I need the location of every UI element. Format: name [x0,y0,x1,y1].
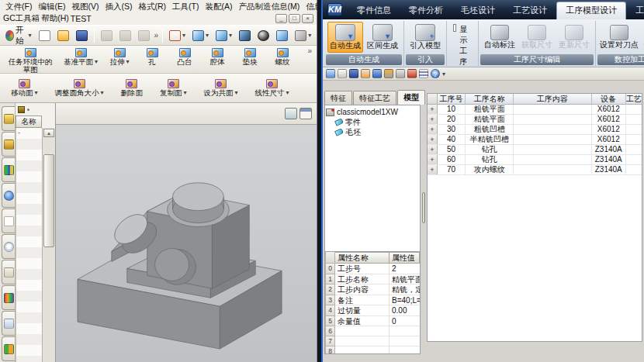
menu-insert[interactable]: 插入(S) [102,1,134,13]
quick-open-icon[interactable] [338,69,347,78]
tree-blank-node[interactable]: 毛坯 [326,127,419,137]
navigator-pin-icon[interactable] [18,106,25,113]
update-dimension-button[interactable]: 更新尺寸 [556,22,592,52]
assembly-navigator-tab[interactable] [2,106,15,131]
navigator-scrollbar[interactable]: ▲ [42,128,55,362]
orient-view-button[interactable] [274,29,290,43]
tab-feature[interactable]: 特征 [324,91,352,105]
visualization-tab[interactable] [2,285,15,310]
get-dimension-button[interactable]: 获取尺寸 [519,22,555,52]
open-button[interactable] [55,29,71,43]
property-row[interactable]: 6 [325,326,420,336]
paste-button[interactable] [136,29,152,43]
tab-part-analysis[interactable]: 零件分析 [400,2,452,19]
scroll-up-icon[interactable]: ▲ [43,129,54,137]
resize-blend-button[interactable]: 调整圆角大小▾ [52,78,107,98]
col-process-name[interactable]: 工序名称 [466,94,514,104]
shaded-button[interactable]: ▾ [213,29,234,43]
name-column-header[interactable]: 名称 [16,115,42,128]
selection-tab[interactable] [2,311,15,336]
process-row[interactable]: +60钻孔Z3140A [428,155,642,165]
property-row[interactable]: 3备注B=40;L=90;H= [325,295,420,306]
menu-view[interactable]: 视图(V) [69,1,101,13]
quick-list-icon[interactable] [419,69,428,78]
col-equipment[interactable]: 设备 [592,94,626,104]
row-expander-icon[interactable]: + [428,125,438,134]
menu-assembly[interactable]: 装配(A) [203,1,234,13]
col-tooling[interactable]: 工艺装备 [626,94,642,104]
quick-save-icon[interactable] [349,69,358,78]
property-row[interactable]: 5余量值0 [325,316,420,327]
tab-feature-process[interactable]: 特征工艺 [353,91,396,105]
menu-edit[interactable]: 编辑(E) [36,1,68,13]
menu-gc-toolbox[interactable]: GC工具箱 [3,13,40,24]
process-row[interactable]: +70攻内螺纹Z3140A [428,165,642,175]
constraint-navigator-tab[interactable] [2,132,15,157]
property-row[interactable]: 0工步号2 [325,264,420,274]
viewport-tool-button-1[interactable] [285,108,297,119]
copy-button[interactable] [117,29,133,43]
move-face-button[interactable]: 移动面▾ [8,78,41,98]
menu-file[interactable]: 文件(F) [3,1,34,13]
tab-process-design[interactable]: 工艺设计 [504,2,556,19]
menu-format[interactable]: 格式(R) [136,1,168,13]
quick-measure-icon[interactable] [384,69,393,78]
sketch-display-button[interactable]: ▾ [167,29,188,43]
rendering-style-button[interactable] [255,29,272,43]
make-coplanar-button[interactable]: 设为共面▾ [201,78,241,98]
tab-part-info[interactable]: 零件信息 [348,2,400,19]
process-row[interactable]: +50钻孔Z3140A [428,145,642,155]
property-row[interactable]: 1工步名称精铣平面 [325,274,420,285]
viewport-tool-button-2[interactable] [299,108,312,119]
tree-root-node[interactable]: classicmodel1XW [326,107,419,117]
menu-tools[interactable]: 工具(T) [170,1,201,13]
restore-button[interactable]: □ [289,14,300,23]
datum-plane-button[interactable]: 基准平面▾ [61,47,101,67]
row-expander-icon[interactable]: + [428,165,438,174]
row-expander-icon[interactable]: + [428,155,438,164]
property-name-header[interactable]: 属性名称 [335,252,390,264]
task-sketch-button[interactable]: 任务环境中的草图 [5,47,56,76]
start-button[interactable]: 开始 ▾ [3,23,34,48]
process-row[interactable]: +30粗铣凹槽X6012 [428,125,642,135]
menu-test[interactable]: TEST [71,14,92,23]
row-expander-icon[interactable]: + [428,105,438,114]
boss-button[interactable]: 凸台 [171,47,199,67]
process-row[interactable]: +20精铣平面X6012 [428,115,642,125]
quick-layers-icon[interactable] [372,69,382,78]
tab-tools[interactable]: 工具 [627,2,644,19]
history-tab[interactable] [2,209,15,233]
delete-face-button[interactable]: 删除面 [118,78,147,98]
help-icon[interactable]: ? [431,69,440,78]
part-navigator-tab[interactable] [2,157,15,182]
pocket-button[interactable]: 腔体 [203,47,231,67]
toolbar-overflow[interactable]: » [154,31,159,40]
materials-tab[interactable] [2,260,15,284]
roles-tab[interactable] [2,336,15,361]
property-row[interactable]: 2工步内容精铣，定位尺 [325,284,420,295]
auto-dimension-button[interactable]: 自动标注 [482,22,518,52]
copy-face-button[interactable]: 复制面▾ [157,78,190,98]
web-browser-tab[interactable] [2,183,15,208]
system-clock-tab[interactable] [2,234,15,259]
quick-tool-icon[interactable] [361,69,370,78]
close-button[interactable]: × [302,14,313,23]
property-row[interactable]: 8 [325,346,420,354]
auto-generate-button[interactable]: ▼自动生成 [327,22,363,53]
quick-new-icon[interactable] [326,69,335,78]
tree-part-node[interactable]: 零件 [326,117,419,127]
menu-help[interactable]: 帮助(H) [41,13,69,24]
row-expander-icon[interactable]: + [428,135,438,144]
row-expander-icon[interactable]: + [428,115,438,124]
gray-view-button[interactable]: ▾ [293,29,313,43]
menu-pmi[interactable]: 产品制造信息(M) [236,1,302,13]
wireframe-button[interactable] [237,29,253,43]
cut-button[interactable] [99,29,115,43]
property-value-header[interactable]: 属性值 [390,252,420,264]
hole-button[interactable]: 孔 [138,47,166,67]
property-row[interactable]: 4过切量0.00 [325,305,420,316]
tab-process-model-design[interactable]: 工序模型设计 [556,2,626,19]
import-model-button[interactable]: +引入模型 [407,22,443,53]
panel-splitter[interactable] [421,91,427,354]
quick-link-icon[interactable] [407,69,417,78]
